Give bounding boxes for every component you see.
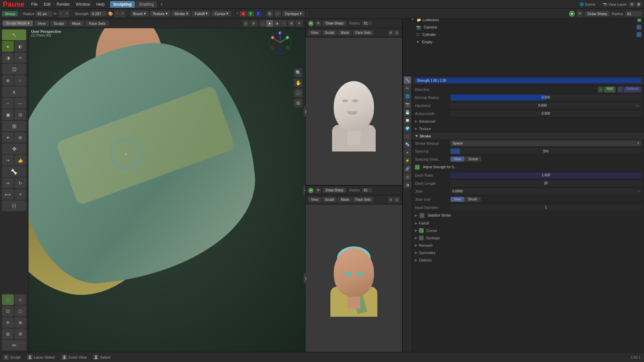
pinch-btn[interactable]: ✦: [2, 132, 14, 143]
preview-eye-icon-2[interactable]: 👁: [316, 188, 321, 193]
box-face-btn[interactable]: ⬡: [14, 306, 26, 316]
world-props-icon[interactable]: 🌍: [404, 125, 411, 132]
strength-slider[interactable]: Strength 1.00 | 1.00: [415, 78, 641, 83]
autosmooth-track[interactable]: 0.000: [450, 111, 641, 117]
view-layer-icon[interactable]: 🔲: [404, 117, 411, 124]
slide-relax-btn[interactable]: ⟺: [2, 189, 14, 200]
rotate-btn[interactable]: ↻: [14, 178, 26, 188]
scene-props-icon[interactable]: 🌐: [404, 93, 411, 100]
stroke-btn[interactable]: Stroke ▾: [172, 11, 191, 16]
preview-sculpt-btn-2[interactable]: Sculpt: [322, 197, 337, 202]
stabilize-stroke-toggle[interactable]: [420, 213, 424, 218]
mask-btn[interactable]: Mask: [68, 21, 84, 26]
magnify-btn[interactable]: ⊗: [14, 132, 26, 143]
menu-render[interactable]: Render: [54, 1, 72, 7]
scrape-btn[interactable]: ⊟: [14, 109, 26, 120]
settings-btn[interactable]: ⚙: [14, 328, 26, 339]
particles-icon[interactable]: ✦: [404, 149, 411, 156]
tool-props-icon[interactable]: 🔧: [404, 76, 411, 84]
strength-value[interactable]: 0.297: [90, 11, 107, 16]
constraints-icon[interactable]: 🔗: [404, 165, 411, 172]
draw-sharp-tool-btn[interactable]: ◐: [14, 41, 26, 52]
radius-minus[interactable]: −: [58, 10, 64, 17]
preview-face-sets-btn-2[interactable]: Face Sets: [353, 197, 373, 202]
snake-hook-btn[interactable]: ↪: [2, 155, 14, 166]
axis-x-btn[interactable]: X: [240, 11, 246, 16]
dash-ratio-track[interactable]: 1.000: [450, 172, 641, 178]
blob-btn[interactable]: ○: [14, 75, 26, 86]
collapse-left-arrow-bottom[interactable]: ❯: [304, 273, 308, 283]
menu-file[interactable]: File: [29, 1, 40, 7]
preview-expand-icon-2[interactable]: ⊡: [394, 197, 399, 202]
gizmo-icon[interactable]: ⊕: [250, 20, 257, 27]
scene-btn[interactable]: Scene: [465, 157, 481, 162]
options-section[interactable]: ▶ Options: [412, 256, 644, 264]
view-mode-btn[interactable]: View: [34, 21, 49, 26]
multiplane-btn[interactable]: ⊞: [2, 121, 26, 131]
strength-color-icon[interactable]: 🎨: [108, 11, 113, 16]
view-btn[interactable]: View: [450, 157, 465, 162]
collapse-right-arrow[interactable]: ❮: [303, 185, 305, 195]
fill-btn[interactable]: ▣: [2, 109, 14, 120]
draw-sharp-btn[interactable]: Draw Sharp: [585, 11, 610, 16]
square-btn[interactable]: □: [274, 10, 281, 17]
brush-btn[interactable]: Brush ▾: [130, 11, 149, 16]
texture-section[interactable]: ▶ Texture: [412, 125, 644, 132]
render-props-icon[interactable]: 📷: [404, 101, 411, 108]
preview-view-btn[interactable]: View: [308, 30, 321, 35]
clay-strips-btn[interactable]: ≡: [14, 52, 26, 63]
hardness-track[interactable]: 0.000 ◁ ▷: [450, 103, 641, 109]
remesh-section[interactable]: ▶ Remesh: [412, 242, 644, 249]
radius3-value[interactable]: 61: [625, 11, 642, 16]
preview-eye-icon[interactable]: 👁: [316, 21, 321, 26]
collapse-left-arrow-top[interactable]: ❯: [304, 106, 308, 116]
nudge-btn[interactable]: ⇒: [2, 178, 14, 188]
camera-viewport-btn[interactable]: 🎥: [294, 88, 303, 97]
texture-btn[interactable]: Texture ▾: [150, 11, 170, 16]
preview-icon-btn[interactable]: 👁: [577, 11, 583, 17]
preview-expand-icon[interactable]: ⊡: [394, 30, 399, 36]
transform-btn[interactable]: ⊞: [2, 328, 14, 339]
select-tool-btn[interactable]: ↖: [2, 29, 26, 40]
annotate-btn[interactable]: ✏: [2, 340, 26, 351]
falloff-btn[interactable]: Falloff ▾: [192, 11, 211, 16]
jitter-track[interactable]: 0.0000 ✏: [450, 188, 641, 194]
draw-sharp-preview-btn-2[interactable]: Draw Sharp: [323, 188, 346, 193]
spacing-value[interactable]: 5%: [450, 148, 641, 154]
preview-mask-btn[interactable]: Mask: [338, 30, 352, 35]
jitter-view-btn[interactable]: View: [450, 197, 465, 202]
stroke-method-select[interactable]: Space ▾: [450, 140, 641, 146]
radius-value[interactable]: 61 px: [36, 11, 52, 16]
menu-help[interactable]: Help: [94, 1, 107, 7]
main-viewport[interactable]: + Z Y X: [29, 19, 305, 352]
dash-length-track[interactable]: 20: [450, 180, 641, 186]
pan-btn[interactable]: ⊕: [14, 317, 26, 328]
data-props-icon[interactable]: ◎: [404, 173, 411, 180]
sculpt-mode-dropdown[interactable]: Sculpt Mode ▾: [3, 20, 33, 26]
inflate-btn[interactable]: ⊕: [2, 75, 14, 86]
menu-window[interactable]: Window: [73, 1, 93, 7]
crease-btn[interactable]: ∧: [2, 86, 26, 97]
draw-btn[interactable]: ●: [2, 41, 14, 52]
axis-z-btn[interactable]: Z: [255, 11, 261, 16]
preview-settings-icon[interactable]: ⚙: [388, 30, 393, 36]
sculpt-btn[interactable]: Sculpt: [50, 21, 67, 26]
view-layer-selector[interactable]: View Layer: [608, 2, 627, 6]
clay-btn[interactable]: ◑: [2, 52, 14, 63]
normal-radius-track[interactable]: 0.500: [450, 95, 641, 101]
radius-bottom-value[interactable]: 61: [362, 188, 372, 192]
flatten-btn[interactable]: —: [14, 98, 26, 109]
menu-edit[interactable]: Edit: [41, 1, 53, 7]
cursor-toggle[interactable]: [419, 228, 424, 233]
scene-settings-btn[interactable]: ✕: [629, 2, 635, 7]
symmetry-section[interactable]: ▶ Symmetry: [412, 249, 644, 256]
thumb-btn[interactable]: 👍: [14, 155, 26, 166]
subtract-btn[interactable]: Subtract: [624, 86, 641, 93]
preview-view-btn-2[interactable]: View: [308, 197, 321, 202]
navigation-gizmo[interactable]: Z Y X: [268, 31, 292, 54]
grab-btn[interactable]: ✥: [2, 143, 26, 154]
view-layer-settings-btn[interactable]: ⚙: [636, 2, 641, 7]
face-sets-btn[interactable]: Face Sets: [86, 21, 109, 26]
search-viewport-btn[interactable]: 🔍: [294, 68, 303, 77]
output-props-icon[interactable]: 💾: [404, 109, 411, 116]
